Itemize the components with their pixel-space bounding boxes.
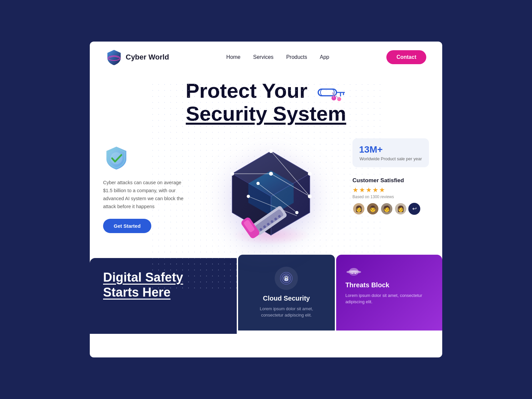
stars-rating: ★★★★★ [352, 186, 429, 194]
svg-point-26 [269, 172, 273, 176]
hero-line1: Protect Your [186, 79, 346, 102]
bottom-left-card: Digital Safety Starts Here [90, 258, 237, 334]
svg-point-27 [308, 195, 312, 199]
customers-card: Customer Satisfied ★★★★★ Based on 1300 r… [352, 174, 429, 218]
cloud-lock-svg [280, 272, 293, 285]
page-wrapper: Cyber World Home Services Products App C… [90, 42, 442, 357]
hero-title: Protect Your [186, 79, 346, 125]
security-cube-illustration [214, 132, 328, 251]
svg-point-30 [247, 195, 250, 198]
center-card-body: Lorem ipsum dolor sit amet, consectetur … [248, 306, 325, 319]
svg-rect-2 [321, 89, 334, 96]
nav-links: Home Services Products App [226, 54, 330, 60]
svg-point-24 [269, 149, 273, 153]
navbar: Cyber World Home Services Products App C… [90, 42, 442, 73]
shield-check-icon [103, 145, 130, 172]
svg-point-47 [350, 271, 358, 275]
stat-card: 13M+ Worldwide Product sale per year [352, 138, 429, 167]
svg-point-48 [351, 273, 353, 274]
avatars-row: 👩 👨 🧑 👩 ↩ [352, 202, 429, 215]
logo-icon [106, 49, 122, 66]
nav-app[interactable]: App [320, 54, 329, 60]
svg-point-25 [308, 172, 312, 176]
svg-point-29 [295, 211, 299, 214]
hacker-icon [345, 267, 362, 277]
svg-point-49 [355, 273, 356, 274]
right-card-body: Lorem ipsum dolor sit amet, consectetur … [345, 292, 433, 305]
logo-area: Cyber World [106, 49, 169, 66]
center-panel [190, 132, 352, 251]
bottom-left-title: Digital Safety Starts Here [103, 270, 223, 300]
content-area: Cyber attacks can cause on average $1.5 … [90, 132, 442, 251]
cloud-security-icon [275, 267, 298, 290]
left-panel: Cyber attacks can cause on average $1.5 … [103, 132, 190, 251]
get-started-button[interactable]: Get Started [103, 219, 151, 233]
brand-name: Cyber World [126, 53, 169, 62]
body-text: Cyber attacks can cause on average $1.5 … [103, 179, 190, 211]
stat-number: 13M+ [359, 144, 422, 155]
avatar-4: 👩 [394, 202, 407, 215]
center-card-title: Cloud Security [263, 295, 310, 302]
right-panel: 13M+ Worldwide Product sale per year Cus… [352, 132, 429, 251]
contact-button[interactable]: Contact [386, 50, 426, 64]
bottom-center-card: Cloud Security Lorem ipsum dolor sit ame… [238, 255, 334, 331]
svg-point-23 [230, 172, 234, 176]
key-icon [317, 82, 346, 102]
right-card-title: Threats Block [345, 281, 433, 289]
svg-point-28 [256, 182, 260, 185]
avatar-1: 👩 [352, 202, 365, 215]
bottom-section: Digital Safety Starts Here Cloud Securit… [90, 258, 442, 334]
svg-point-45 [286, 279, 287, 280]
reply-icon[interactable]: ↩ [408, 203, 420, 215]
hero-section: Protect Your [90, 73, 442, 125]
stat-label: Worldwide Product sale per year [359, 156, 422, 161]
avatar-2: 👨 [366, 202, 379, 215]
nav-products[interactable]: Products [286, 54, 307, 60]
hero-line2: Security System [186, 102, 346, 125]
avatar-3: 🧑 [380, 202, 393, 215]
threats-icon [345, 267, 433, 277]
customers-title: Customer Satisfied [352, 177, 429, 184]
nav-services[interactable]: Services [253, 54, 273, 60]
nav-home[interactable]: Home [226, 54, 241, 60]
bottom-right-card: Threats Block Lorem ipsum dolor sit amet… [336, 255, 442, 331]
reviews-text: Based on 1300 reviews [352, 195, 429, 199]
